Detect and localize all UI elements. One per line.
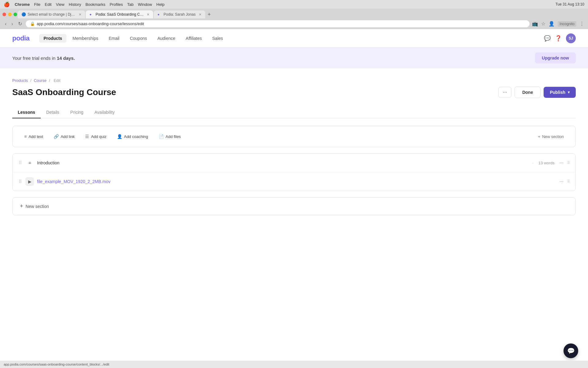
nav-audience[interactable]: Audience bbox=[153, 34, 179, 43]
nav-email[interactable]: Email bbox=[104, 34, 124, 43]
add-text-button[interactable]: ≡ Add text bbox=[20, 132, 47, 141]
upgrade-button[interactable]: Upgrade now bbox=[535, 52, 576, 63]
mac-menu-history[interactable]: History bbox=[69, 2, 81, 7]
mac-menu-view[interactable]: View bbox=[56, 2, 64, 7]
tab-close-1[interactable]: ✕ bbox=[79, 13, 81, 17]
minimize-window-btn[interactable] bbox=[8, 13, 12, 16]
new-section-bottom-label: New section bbox=[26, 204, 49, 209]
plus-icon-toolbar: + bbox=[538, 134, 541, 139]
tab-title-1: Select email to change | Djang... bbox=[28, 12, 76, 17]
publish-chevron-icon: ▾ bbox=[568, 90, 570, 94]
lesson-actions-introduction: ··· ⠿ bbox=[558, 159, 570, 167]
help-nav-icon[interactable]: ❓ bbox=[555, 35, 562, 42]
address-bar: ‹ › ↻ 🔒 app.podia.com/courses/saas-onboa… bbox=[0, 18, 588, 29]
browser-tab-3[interactable]: ● Podia: Sarah Jonas ✕ bbox=[154, 10, 205, 18]
top-nav: podia Products Memberships Email Coupons… bbox=[0, 29, 588, 48]
new-tab-button[interactable]: + bbox=[206, 11, 213, 18]
mac-menu-edit[interactable]: Edit bbox=[45, 2, 51, 7]
nav-coupons[interactable]: Coupons bbox=[126, 34, 151, 43]
add-link-button[interactable]: 🔗 Add link bbox=[49, 132, 79, 141]
browser-tab-1[interactable]: 🔵 Select email to change | Djang... ✕ bbox=[18, 10, 85, 18]
dot-sep: · bbox=[532, 160, 533, 165]
lock-icon: 🔒 bbox=[30, 21, 35, 26]
breadcrumb-products[interactable]: Products bbox=[12, 78, 28, 83]
text-icon: ≡ bbox=[24, 134, 27, 139]
lesson-more-btn-introduction[interactable]: ··· bbox=[558, 159, 565, 167]
drag-handle-introduction[interactable]: ⠿ bbox=[18, 160, 22, 166]
video-file-link[interactable]: file_example_MOV_1920_2_2MB.mov bbox=[37, 179, 111, 184]
add-files-button[interactable]: 📄 Add files bbox=[154, 132, 185, 141]
more-browser-btn[interactable]: ⋮ bbox=[579, 21, 584, 27]
browser-tab-2[interactable]: ● Podia: SaaS Onboarding Cours... ✕ bbox=[86, 10, 153, 18]
nav-affiliates[interactable]: Affiliates bbox=[181, 34, 206, 43]
breadcrumb-edit: Edit bbox=[54, 78, 60, 83]
tab-close-3[interactable]: ✕ bbox=[199, 13, 202, 17]
url-bar[interactable]: 🔒 app.podia.com/courses/saas-onboarding-… bbox=[26, 20, 530, 27]
add-link-label: Add link bbox=[61, 134, 75, 139]
link-icon: 🔗 bbox=[54, 134, 59, 139]
url-text: app.podia.com/courses/saas-onboarding-co… bbox=[37, 21, 526, 26]
breadcrumb: Products / Course / Edit bbox=[12, 78, 576, 83]
page-title: SaaS Onboarding Course bbox=[12, 87, 116, 97]
new-section-bottom-button[interactable]: + New section bbox=[20, 203, 49, 209]
tab-availability[interactable]: Availability bbox=[89, 107, 120, 118]
header-actions: ··· Done Publish ▾ bbox=[498, 86, 576, 98]
maximize-window-btn[interactable] bbox=[13, 13, 17, 16]
nav-right: 💬 ❓ SJ bbox=[544, 33, 576, 43]
tab-favicon-2: ● bbox=[89, 12, 94, 17]
new-section-bottom-card: + New section bbox=[12, 197, 576, 215]
back-button[interactable]: ‹ bbox=[4, 21, 8, 27]
tab-close-2[interactable]: ✕ bbox=[147, 13, 149, 17]
lesson-more-btn-video[interactable]: ··· bbox=[558, 178, 565, 186]
toolbar-card: ≡ Add text 🔗 Add link ☰ Add quiz 👤 Add c… bbox=[12, 126, 576, 147]
mac-menu-tab[interactable]: Tab bbox=[127, 2, 134, 7]
tab-lessons[interactable]: Lessons bbox=[12, 107, 41, 118]
tab-details[interactable]: Details bbox=[41, 107, 65, 118]
lesson-type-icon-introduction: ≡ bbox=[25, 159, 34, 167]
chat-support-button[interactable]: 💬 bbox=[564, 343, 578, 358]
cast-icon[interactable]: 📺 bbox=[532, 21, 538, 27]
mac-menu-chrome[interactable]: Chrome bbox=[15, 2, 30, 7]
lesson-grid-icon-introduction: ⠿ bbox=[567, 161, 570, 165]
trial-text: Your free trial ends in 14 days. bbox=[12, 56, 75, 61]
mac-menu-help[interactable]: Help bbox=[156, 2, 165, 7]
browser-toolbar-right: 📺 ☆ 👤 Incognito ⋮ bbox=[532, 21, 584, 27]
nav-memberships[interactable]: Memberships bbox=[68, 34, 103, 43]
profile-icon[interactable]: 👤 bbox=[548, 21, 555, 27]
lesson-row-introduction: ⠿ ≡ Introduction · 13 words ··· ⠿ bbox=[13, 154, 575, 172]
publish-button[interactable]: Publish ▾ bbox=[544, 87, 576, 98]
tab-pricing[interactable]: Pricing bbox=[65, 107, 89, 118]
nav-sales[interactable]: Sales bbox=[208, 34, 227, 43]
mac-time: Tue 31 Aug 13:10 bbox=[556, 2, 584, 6]
traffic-lights bbox=[2, 13, 17, 16]
mac-menu-file[interactable]: File bbox=[34, 2, 40, 7]
lesson-actions-video: ··· ⠿ bbox=[558, 178, 570, 186]
add-files-label: Add files bbox=[166, 134, 181, 139]
forward-button[interactable]: › bbox=[10, 21, 14, 27]
app-container: podia Products Memberships Email Coupons… bbox=[0, 29, 588, 367]
done-button[interactable]: Done bbox=[514, 86, 541, 98]
mac-menu-profiles[interactable]: Profiles bbox=[110, 2, 123, 7]
add-coaching-button[interactable]: 👤 Add coaching bbox=[113, 132, 153, 141]
add-quiz-label: Add quiz bbox=[91, 134, 107, 139]
reload-button[interactable]: ↻ bbox=[17, 20, 23, 27]
plus-icon-bottom: + bbox=[20, 203, 23, 209]
mac-menu-window[interactable]: Window bbox=[138, 2, 152, 7]
add-quiz-button[interactable]: ☰ Add quiz bbox=[81, 132, 111, 141]
breadcrumb-course[interactable]: Course bbox=[34, 78, 47, 83]
mac-os-bar: 🍎 Chrome File Edit View History Bookmark… bbox=[0, 0, 588, 9]
lesson-name-video: file_example_MOV_1920_2_2MB.mov bbox=[37, 179, 555, 184]
more-options-button[interactable]: ··· bbox=[498, 87, 511, 98]
bookmark-icon[interactable]: ☆ bbox=[541, 21, 545, 27]
apple-menu[interactable]: 🍎 bbox=[4, 2, 10, 7]
new-section-toolbar-label: New section bbox=[542, 134, 564, 139]
chat-nav-icon[interactable]: 💬 bbox=[544, 35, 551, 42]
drag-handle-video[interactable]: ⠿ bbox=[18, 178, 22, 185]
mac-menu-bookmarks[interactable]: Bookmarks bbox=[85, 2, 105, 7]
user-avatar[interactable]: SJ bbox=[566, 33, 576, 43]
podia-logo[interactable]: podia bbox=[12, 34, 29, 42]
lesson-type-icon-video: ▶ bbox=[25, 177, 34, 186]
nav-products[interactable]: Products bbox=[39, 34, 66, 43]
new-section-toolbar-button[interactable]: + New section bbox=[534, 132, 568, 141]
close-window-btn[interactable] bbox=[2, 13, 6, 16]
